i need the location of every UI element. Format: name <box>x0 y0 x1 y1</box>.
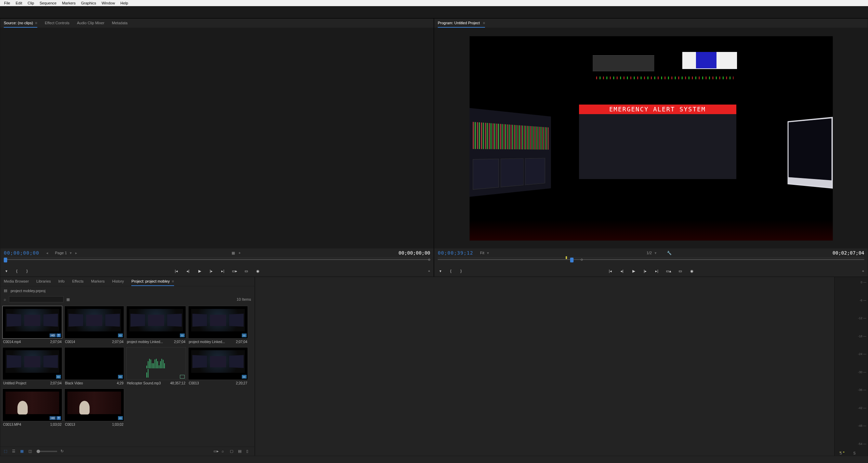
step-forward-icon[interactable]: |▸ <box>209 268 214 274</box>
tab-markers[interactable]: Markers <box>91 279 105 286</box>
clip-thumbnail[interactable]: ▭ <box>2 347 62 380</box>
clip-item[interactable]: ▭Black Video4;29 <box>64 347 124 386</box>
menu-sequence[interactable]: Sequence <box>37 1 60 5</box>
next-page-icon[interactable]: ▸ <box>75 251 77 255</box>
tab-info[interactable]: Info <box>58 279 65 286</box>
tab-libraries[interactable]: Libraries <box>36 279 51 286</box>
go-to-in-icon[interactable]: |◂ <box>608 268 613 274</box>
clip-thumbnail[interactable]: HD☰ <box>2 306 62 339</box>
tab-effect-controls[interactable]: Effect Controls <box>45 21 69 28</box>
program-monitor[interactable]: EMERGENCY ALERT SYSTEM <box>434 28 868 248</box>
button-editor-icon[interactable]: + <box>428 269 430 273</box>
menu-window[interactable]: Window <box>99 1 118 5</box>
clip-thumbnail[interactable]: ▭ <box>126 306 186 339</box>
clip-item[interactable]: ▭project mobley Linked...2;07;04 <box>126 306 186 345</box>
tab-effects[interactable]: Effects <box>72 279 83 286</box>
new-item-icon[interactable]: ▤ <box>238 449 243 454</box>
clip-thumbnail[interactable]: ▭ <box>188 347 248 380</box>
source-monitor[interactable] <box>0 28 434 248</box>
clip-thumbnail[interactable]: HD☰ <box>2 389 62 421</box>
menu-clip[interactable]: Clip <box>25 1 37 5</box>
source-plus-icon[interactable]: + <box>238 251 240 255</box>
clip-item[interactable]: ▭C00132;20;27 <box>188 347 248 386</box>
menu-file[interactable]: File <box>1 1 13 5</box>
clip-thumbnail[interactable]: ▭ <box>64 389 124 421</box>
program-timecode-current[interactable]: 00;00;39;12 <box>438 250 473 256</box>
go-to-out-icon[interactable]: ▸| <box>220 268 226 274</box>
project-grid[interactable]: HD☰C0014.mp42;07;04▭C00142;07;04▭project… <box>0 304 254 447</box>
play-icon[interactable]: ▶ <box>197 268 202 274</box>
menu-edit[interactable]: Edit <box>13 1 25 5</box>
lift-icon[interactable]: ▭▴ <box>666 268 671 274</box>
clip-thumbnail[interactable]: ▭ <box>188 306 248 339</box>
tab-program[interactable]: Program: Untitled Project ≡ <box>438 21 485 28</box>
clip-item[interactable]: HD☰C0014.mp42;07;04 <box>2 306 62 345</box>
solo-label-right[interactable]: S <box>853 451 856 455</box>
export-frame-icon[interactable]: ◉ <box>255 268 261 274</box>
mark-out-icon[interactable]: } <box>24 268 30 274</box>
clip-item[interactable]: ▭Untitled Project2;07;04 <box>2 347 62 386</box>
tab-audio-clip-mixer[interactable]: Audio Clip Mixer <box>77 21 104 28</box>
tab-media-browser[interactable]: Media Browser <box>4 279 29 286</box>
source-timecode-in[interactable]: 00;00;00;00 <box>4 250 39 256</box>
clip-item[interactable]: Helicopter Sound.mp348;357;12 <box>126 347 186 386</box>
prev-page-icon[interactable]: ◂ <box>46 251 48 255</box>
step-back-icon[interactable]: ◂| <box>619 268 625 274</box>
zoom-slider[interactable] <box>37 451 57 452</box>
automate-icon[interactable]: ▭▸ <box>213 449 218 454</box>
marker-icon[interactable] <box>566 256 567 259</box>
menu-markers[interactable]: Markers <box>59 1 78 5</box>
step-back-icon[interactable]: ◂| <box>185 268 191 274</box>
clip-item[interactable]: HD☰C0013.MP41;03;02 <box>2 389 62 428</box>
panel-menu-icon[interactable]: ≡ <box>172 279 174 283</box>
step-forward-icon[interactable]: |▸ <box>643 268 648 274</box>
clip-thumbnail[interactable]: ▭ <box>64 306 124 339</box>
insert-icon[interactable]: ▭▸ <box>232 268 237 274</box>
program-mini-timeline[interactable] <box>438 257 864 265</box>
program-resolution-select[interactable]: 1/2 <box>646 251 656 255</box>
tab-source-no-clips-[interactable]: Source: (no clips)≡ <box>4 21 37 28</box>
grid-icon[interactable]: ▦ <box>232 251 235 255</box>
tab-project-project-mobley[interactable]: Project: project mobley≡ <box>131 279 174 286</box>
icon-view-icon[interactable]: ▦ <box>20 449 25 454</box>
sort-icon[interactable]: ↻ <box>61 449 65 454</box>
tab-history[interactable]: History <box>112 279 124 286</box>
go-to-in-icon[interactable]: |◂ <box>174 268 179 274</box>
filter-bin-icon[interactable]: ▦ <box>66 297 70 302</box>
new-bin-icon[interactable]: ▢ <box>230 449 235 454</box>
settings-icon[interactable]: 🔧 <box>667 251 672 255</box>
play-icon[interactable]: ▶ <box>631 268 636 274</box>
mark-in-icon[interactable]: { <box>448 268 453 274</box>
close-icon[interactable]: ≡ <box>483 21 485 25</box>
add-marker-icon[interactable]: ▾ <box>4 268 9 274</box>
mark-in-icon[interactable]: { <box>14 268 19 274</box>
panel-menu-icon[interactable]: ≡ <box>35 21 37 25</box>
solo-label-left[interactable]: S <box>840 451 842 455</box>
add-marker-icon[interactable]: ▾ <box>438 268 443 274</box>
menu-help[interactable]: Help <box>118 1 131 5</box>
source-playhead[interactable] <box>4 258 7 262</box>
freeform-view-icon[interactable]: ◫ <box>28 449 33 454</box>
find-icon[interactable]: ⌕ <box>222 449 226 454</box>
clip-thumbnail[interactable] <box>126 347 186 380</box>
button-editor-icon[interactable]: + <box>862 269 864 273</box>
tab-metadata[interactable]: Metadata <box>112 21 128 28</box>
lock-icon[interactable]: ⬚ <box>4 449 9 454</box>
search-input[interactable] <box>9 296 64 302</box>
clip-thumbnail[interactable]: ▭ <box>64 347 124 380</box>
list-view-icon[interactable]: ☰ <box>12 449 17 454</box>
clip-item[interactable]: ▭project mobley Linked...2;07;04 <box>188 306 248 345</box>
timeline-panel[interactable] <box>255 277 834 456</box>
clip-item[interactable]: ▭C00142;07;04 <box>64 306 124 345</box>
source-mini-timeline[interactable] <box>4 257 430 265</box>
program-zoom-select[interactable]: Fit <box>480 251 489 255</box>
source-page-select[interactable]: Page 1 <box>55 251 72 255</box>
mark-out-icon[interactable]: } <box>458 268 464 274</box>
extract-icon[interactable]: ▭ <box>678 268 683 274</box>
clip-item[interactable]: ▭C00131;03;02 <box>64 389 124 428</box>
delete-icon[interactable]: ▯ <box>246 449 251 454</box>
program-playhead[interactable] <box>570 258 574 262</box>
export-frame-icon[interactable]: ◉ <box>689 268 695 274</box>
menu-graphics[interactable]: Graphics <box>78 1 99 5</box>
overwrite-icon[interactable]: ▭ <box>244 268 249 274</box>
